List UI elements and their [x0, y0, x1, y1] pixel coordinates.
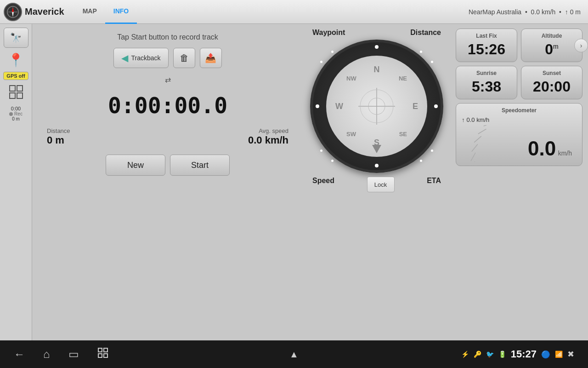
header-status: NearMap Australia • 0.0 km/h • ↑ 0 m: [469, 8, 588, 16]
share-button[interactable]: 📤: [200, 48, 222, 68]
last-fix-title: Last Fix: [476, 33, 497, 39]
speedometer-card: Speedometer ↑ 0.0 km/h: [456, 103, 582, 166]
avg-speed-label: Avg. speed: [259, 127, 288, 134]
waypoint-label: Waypoint: [312, 29, 345, 37]
main-content: 🔭 📍 GPS off 0:00 Rec 0 m: [0, 24, 588, 340]
binoculars-icon: 🔭: [10, 32, 22, 43]
avg-speed-stat: Avg. speed 0.0 km/h: [248, 127, 288, 146]
top-bar: Maverick MAP INFO NearMap Australia • 0.…: [0, 0, 588, 24]
track-buttons: ◀ Trackback 🗑 📤: [43, 48, 292, 68]
sidebar-info: 0:00 Rec 0 m: [9, 106, 23, 121]
trash-icon: 🗑: [180, 53, 189, 63]
bottom-status: ⚡ 🔑 🐦 🔋 15:27 🔵 📶 ✖: [461, 348, 574, 360]
compass-inner: N S E W NE SE SW NW: [326, 56, 427, 157]
swap-icon: ⇄: [43, 75, 292, 84]
grid-nav-icon: [97, 347, 108, 358]
speed-current: ↑ 0.0 km/h: [462, 116, 577, 123]
home-button[interactable]: ⌂: [43, 348, 50, 361]
compass-outer: N S E W NE SE SW NW: [310, 40, 443, 173]
last-fix-card: Last Fix 15:26: [456, 29, 517, 62]
grid-button[interactable]: [97, 347, 108, 361]
distance-value: 0 m: [47, 134, 70, 146]
compass-east: E: [413, 102, 418, 111]
app-icon: [4, 3, 22, 21]
battery-icon: 🔋: [498, 351, 506, 358]
compass-header: Waypoint Distance: [303, 29, 450, 37]
svg-rect-8: [17, 93, 23, 98]
sunrise-card: Sunrise 5:38: [456, 66, 517, 99]
svg-rect-29: [104, 354, 107, 357]
compass-area: Waypoint Distance N: [303, 24, 450, 340]
sunrise-title: Sunrise: [476, 70, 497, 76]
app-header: Maverick MAP INFO: [0, 0, 141, 24]
gps-badge[interactable]: GPS off: [3, 72, 28, 80]
compass-southwest: SW: [346, 131, 356, 138]
app-title: Maverick: [25, 6, 64, 17]
nav-tabs: MAP INFO: [74, 0, 137, 24]
sunrise-sunset-row: Sunrise 5:38 Sunset 20:00: [456, 66, 582, 99]
svg-rect-26: [98, 348, 102, 352]
distance-label: Distance: [47, 127, 70, 134]
svg-rect-6: [17, 86, 23, 91]
wifi-icon: 📶: [555, 351, 563, 358]
key-icon: 🔑: [474, 351, 481, 358]
sidebar-time: 0:00: [9, 106, 23, 111]
bluetooth-icon: 🔵: [541, 350, 550, 359]
delete-button[interactable]: 🗑: [173, 48, 195, 68]
compass-footer: Speed Lock ETA: [303, 177, 450, 192]
sidebar: 🔭 📍 GPS off 0:00 Rec 0 m: [0, 24, 32, 340]
tap-instruction: Tap Start button to record track: [43, 33, 292, 41]
chevron-button[interactable]: ›: [574, 39, 588, 52]
recents-button[interactable]: ▭: [68, 348, 79, 361]
speed-big-value: 0.0: [528, 137, 556, 160]
grid-icon: [9, 85, 23, 99]
svg-rect-7: [10, 93, 15, 98]
compass-west: W: [335, 102, 343, 111]
tab-map[interactable]: MAP: [74, 0, 105, 24]
sidebar-binoculars-btn[interactable]: 🔭: [4, 28, 28, 48]
last-fix-value: 15:26: [468, 41, 505, 58]
back-button[interactable]: ←: [14, 348, 25, 361]
svg-rect-5: [10, 86, 15, 91]
svg-line-18: [470, 161, 476, 162]
up-arrow-icon: ↑: [462, 116, 465, 123]
svg-line-19: [471, 153, 475, 161]
altitude-value: 0m: [545, 41, 558, 58]
trackback-icon: ◀: [121, 52, 128, 63]
trackback-button[interactable]: ◀ Trackback: [113, 48, 168, 68]
speed-unit: km/h: [558, 150, 572, 157]
timer-display: 0:00:00.0: [43, 92, 292, 118]
system-time: 15:27: [511, 348, 537, 360]
lock-button[interactable]: Lock: [367, 177, 395, 192]
distance-stat: Distance 0 m: [47, 127, 70, 146]
crosshair-icon: [354, 83, 400, 129]
up-arrow-btn[interactable]: ▲: [289, 349, 299, 360]
lock-label: Lock: [374, 181, 387, 188]
compass-container: N S E W NE SE SW NW: [310, 40, 443, 173]
action-buttons: New Start: [43, 155, 292, 176]
info-panel: Tap Start button to record track ◀ Track…: [32, 24, 303, 340]
right-panels: Last Fix 15:26 › Altitude 0m Sunrise 5:3…: [450, 24, 588, 340]
new-button[interactable]: New: [106, 155, 165, 176]
twitter-icon: 🐦: [486, 351, 494, 358]
bottom-bar: ← ⌂ ▭ ▲ ⚡ 🔑 🐦 🔋 15:27 🔵 📶 ✖: [0, 340, 588, 368]
start-button[interactable]: Start: [170, 155, 230, 176]
gps-status-label: GPS off: [6, 73, 25, 79]
speed-label: Speed: [312, 177, 334, 192]
svg-line-21: [474, 135, 481, 144]
sidebar-dist: 0 m: [9, 116, 23, 121]
compass-northwest: NW: [346, 75, 356, 82]
fix-altitude-row: Last Fix 15:26 › Altitude 0m: [456, 29, 582, 62]
compass-northeast: NE: [399, 75, 407, 82]
svg-line-22: [478, 126, 486, 136]
share-icon: 📤: [205, 52, 216, 63]
tab-info[interactable]: INFO: [105, 0, 137, 24]
signal-icon: ✖: [567, 349, 574, 359]
speedometer-title: Speedometer: [462, 107, 577, 114]
sidebar-grid-btn[interactable]: [4, 82, 28, 102]
compass-distance-label: Distance: [410, 29, 441, 37]
compass-southeast: SE: [399, 131, 407, 138]
svg-rect-28: [98, 354, 102, 357]
sidebar-rec: Rec: [14, 111, 23, 116]
sidebar-pin-btn[interactable]: 📍: [4, 50, 28, 70]
